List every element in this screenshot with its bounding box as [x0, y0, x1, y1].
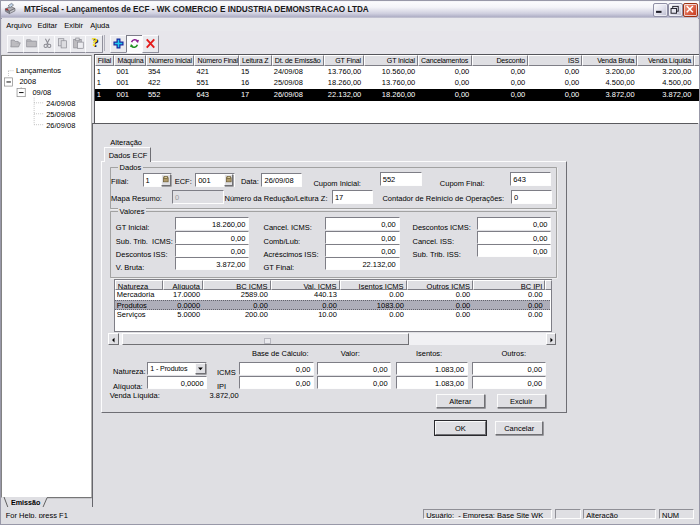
- svg-text:?: ?: [91, 37, 97, 49]
